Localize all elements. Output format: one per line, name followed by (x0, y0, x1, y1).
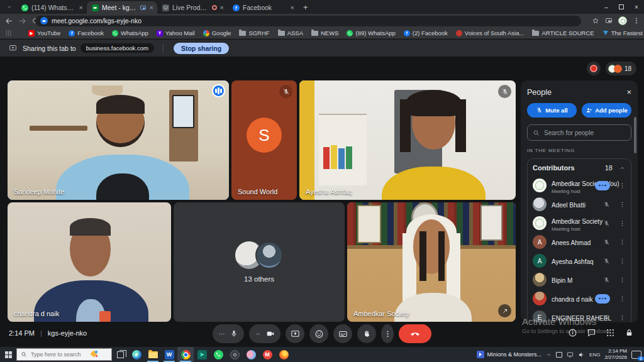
bookmark-whatsapp-89[interactable]: (89) WhatsApp (347, 30, 395, 36)
taskbar-meta-business[interactable] (243, 347, 259, 362)
tile-open-icon[interactable] (498, 304, 511, 317)
taskbar-file-explorer[interactable] (145, 347, 161, 362)
activities-icon[interactable] (606, 328, 615, 337)
participant-count-pill[interactable]: 18 (606, 62, 636, 75)
mic-off-icon[interactable] (603, 239, 610, 246)
tab-whatsapp[interactable]: (114) WhatsApp × (16, 1, 87, 14)
add-people-button[interactable]: Add people (582, 103, 631, 118)
video-tile-sandeep-mohite[interactable]: Sandeep Mohite (8, 80, 229, 200)
participant-row[interactable]: Adeel Bhatti (533, 195, 626, 214)
bookmark-folder-news[interactable]: NEWS (311, 30, 339, 36)
back-icon[interactable] (5, 17, 13, 25)
meeting-details-icon[interactable] (568, 328, 577, 337)
participant-menu-icon[interactable] (619, 295, 626, 302)
hidden-icons-chevron[interactable] (546, 352, 552, 358)
taskbar-camera-app[interactable] (226, 347, 243, 362)
camera-button[interactable] (249, 324, 280, 343)
tray-window-icon[interactable] (556, 352, 562, 358)
panel-close-icon[interactable]: × (626, 87, 631, 97)
tab-close-icon[interactable]: × (220, 4, 224, 11)
participant-row[interactable]: E ENGINEER RAHEEL (533, 308, 626, 322)
participant-menu-icon[interactable] (619, 182, 626, 189)
participant-row[interactable]: chandra d naik (533, 289, 626, 308)
volume-icon[interactable] (578, 351, 585, 358)
mic-options-icon[interactable] (218, 331, 225, 337)
reactions-button[interactable] (309, 324, 328, 343)
taskbar-gmail[interactable]: M (259, 347, 275, 362)
bookmark-fastest-free[interactable]: The Fastest Free Pro... (602, 30, 644, 36)
participant-menu-icon[interactable] (619, 277, 626, 283)
bookmark-whatsapp[interactable]: WhatsApp (112, 30, 148, 36)
camera-options-icon[interactable] (255, 331, 262, 337)
taskbar-search-input[interactable] (31, 351, 85, 358)
video-tile-ambedkar-society[interactable]: Ambedkar Society (347, 202, 516, 322)
bookmark-folder-article-source[interactable]: ARTICLE SOURCE (532, 30, 594, 36)
participant-menu-icon[interactable] (619, 239, 626, 246)
audio-options-pill[interactable] (595, 294, 610, 304)
people-search-input[interactable] (544, 129, 626, 136)
mic-off-icon[interactable] (603, 201, 610, 208)
taskbar-word[interactable]: W (161, 347, 177, 362)
tab-live-producer[interactable]: Live Producer | Facebook × (157, 1, 228, 14)
bookmark-facebook[interactable]: fFacebook (69, 30, 104, 36)
video-tile-ayesha-ashfaq[interactable]: Ayesha Ashfaq (299, 80, 516, 200)
audio-options-pill[interactable] (595, 181, 610, 190)
participant-row[interactable]: A Anees Ahmad (533, 233, 626, 251)
language-indicator[interactable]: ENG (589, 352, 600, 358)
video-tile-sound-world[interactable]: S Sound World (231, 80, 297, 200)
new-tab-button[interactable]: + (303, 3, 308, 12)
participant-menu-icon[interactable] (619, 314, 626, 321)
taskbar-clock[interactable]: 2:14 PM 2/27/2026 (604, 348, 627, 361)
cast-icon[interactable] (605, 17, 613, 25)
mic-off-icon[interactable] (603, 314, 610, 321)
video-tile-chandra-d-naik[interactable]: chandra d naik (8, 202, 171, 322)
end-call-button[interactable] (399, 324, 431, 343)
task-view-button[interactable] (112, 347, 128, 362)
participant-menu-icon[interactable] (619, 258, 626, 265)
forward-icon[interactable] (18, 17, 26, 25)
bookmark-folder-sgrhf[interactable]: SGRHF (239, 30, 269, 36)
contributors-header[interactable]: Contributors 18 (533, 164, 626, 176)
browser-menu-icon[interactable] (633, 17, 640, 25)
tab-close-icon[interactable]: × (150, 4, 153, 11)
bookmark-voices[interactable]: Voices of South Asia... (456, 30, 525, 36)
tab-close-icon[interactable]: × (79, 4, 83, 11)
people-search-field[interactable] (527, 124, 631, 141)
bookmark-star-icon[interactable] (592, 17, 599, 25)
taskbar-chrome[interactable] (177, 347, 194, 362)
participant-menu-icon[interactable] (619, 220, 626, 227)
present-screen-button[interactable] (286, 324, 304, 343)
mute-all-button[interactable]: Mute all (527, 103, 577, 118)
bookmark-facebook-2[interactable]: f(2) Facebook (404, 30, 448, 36)
tab-facebook[interactable]: f Facebook × (228, 1, 298, 14)
taskbar-share-app[interactable]: ➤ (194, 347, 210, 362)
participant-row[interactable]: A Ayesha Ashfaq (533, 251, 626, 270)
mic-off-icon[interactable] (603, 220, 610, 227)
taskbar-edge[interactable]: e (128, 347, 145, 362)
more-options-button[interactable] (381, 324, 394, 343)
participant-menu-icon[interactable] (619, 201, 626, 208)
tab-close-icon[interactable]: × (291, 4, 294, 11)
mic-off-icon[interactable] (603, 258, 610, 265)
bookmark-yahoo-mail[interactable]: YYahoo Mail (157, 30, 195, 36)
tray-app-window[interactable]: Minions & Monsters... (477, 351, 542, 358)
network-icon[interactable] (567, 351, 574, 358)
host-controls-lock-icon[interactable] (625, 328, 634, 337)
collapse-chevron-icon[interactable] (619, 165, 626, 172)
stop-sharing-button[interactable]: Stop sharing (174, 43, 229, 54)
tile-13-others[interactable]: 13 others (174, 202, 345, 322)
mic-button[interactable] (213, 324, 244, 343)
maximize-button[interactable] (614, 0, 629, 14)
tab-meet-active[interactable]: Meet - kgs-eyje-nko × (87, 1, 157, 14)
minimize-button[interactable]: – (599, 0, 614, 14)
tab-search-button[interactable] (4, 1, 15, 13)
taskbar-firefox[interactable] (275, 347, 292, 362)
raise-hand-button[interactable] (357, 324, 376, 343)
action-center-icon[interactable]: 6 (631, 351, 641, 359)
panel-scrollbar[interactable] (634, 117, 636, 153)
chat-icon[interactable] (587, 328, 596, 337)
start-button[interactable] (0, 347, 16, 362)
mic-off-icon[interactable] (603, 277, 610, 283)
taskbar-whatsapp[interactable] (210, 347, 226, 362)
profile-avatar[interactable] (618, 16, 627, 25)
